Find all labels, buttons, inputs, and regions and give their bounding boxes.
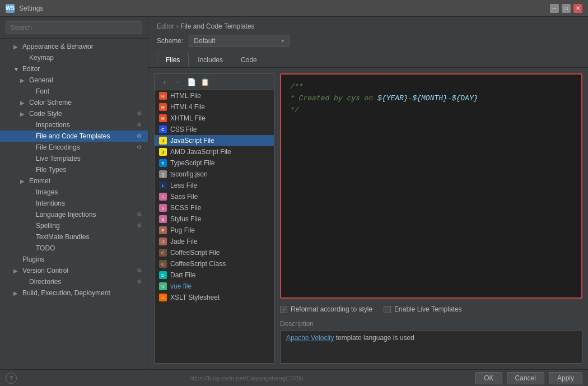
- sidebar-item-color-scheme[interactable]: ▶ Color Scheme: [0, 97, 148, 108]
- file-item-scss[interactable]: S SCSS File: [155, 202, 274, 213]
- search-input[interactable]: [6, 21, 142, 34]
- sidebar-item-font[interactable]: Font: [0, 86, 148, 97]
- code-line-1: /**: [290, 81, 572, 93]
- file-item-label: Less File: [170, 182, 197, 189]
- file-item-xslt[interactable]: X XSLT Stylesheet: [155, 292, 274, 303]
- file-item-label: Stylus File: [170, 215, 201, 223]
- stylus-file-icon: S: [159, 215, 167, 223]
- file-item-typescript[interactable]: T TypeScript File: [155, 157, 274, 169]
- sidebar-item-textmate-bundles[interactable]: TextMate Bundles: [0, 231, 148, 243]
- live-templates-option: Enable Live Templates: [384, 305, 462, 313]
- file-item-jade[interactable]: J Jade File: [155, 236, 274, 247]
- file-item-coffeescript[interactable]: C CoffeeScript File: [155, 247, 274, 258]
- sidebar-item-plugins[interactable]: Plugins: [0, 254, 148, 265]
- sidebar-item-version-control[interactable]: ▶ Version Control ⚙: [0, 265, 148, 276]
- sidebar-item-appearance[interactable]: ▶ Appearance & Behavior: [0, 41, 148, 52]
- code-comment: /**: [290, 81, 303, 93]
- maximize-button[interactable]: □: [562, 4, 571, 13]
- sidebar-item-emmet[interactable]: ▶ Emmet: [0, 175, 148, 187]
- badge-icon: ⚙: [137, 144, 143, 151]
- cancel-button[interactable]: Cancel: [507, 372, 544, 384]
- sidebar-item-label: Color Scheme: [29, 99, 143, 106]
- sidebar-item-build-execution[interactable]: ▶ Build, Execution, Deployment: [0, 287, 148, 299]
- coffee-file-icon: C: [159, 249, 167, 257]
- help-button[interactable]: ?: [6, 373, 17, 384]
- sidebar-item-directories[interactable]: Directories ⚙: [0, 276, 148, 287]
- apache-velocity-link[interactable]: Apache Velocity: [286, 334, 334, 342]
- arrow-icon: ▶: [20, 100, 26, 106]
- file-item-vue[interactable]: V vue file: [155, 281, 274, 292]
- sidebar-item-keymap[interactable]: Keymap: [0, 52, 148, 63]
- file-item-javascript[interactable]: J JavaScript File: [155, 135, 274, 146]
- sidebar-item-general[interactable]: ▶ General: [0, 75, 148, 86]
- file-item-dart[interactable]: D Dart File: [155, 269, 274, 281]
- file-item-stylus[interactable]: S Stylus File: [155, 213, 274, 225]
- options-row: ✓ Reformat according to style Enable Liv…: [280, 303, 582, 315]
- file-item-sass[interactable]: S Sass File: [155, 191, 274, 202]
- sidebar-item-todo[interactable]: TODO: [0, 243, 148, 254]
- sidebar-item-language-injections[interactable]: Language Injections ⚙: [0, 209, 148, 220]
- file-item-html4[interactable]: H HTML4 File: [155, 101, 274, 113]
- tab-files[interactable]: Files: [157, 53, 189, 67]
- file-item-label: JavaScript File: [170, 137, 214, 145]
- remove-template-button[interactable]: −: [172, 77, 184, 87]
- apply-button[interactable]: Apply: [549, 372, 582, 384]
- window-controls: ─ □ ✕: [550, 4, 582, 13]
- xslt-file-icon: X: [159, 294, 167, 301]
- sidebar-item-inspections[interactable]: Inspections ⚙: [0, 119, 148, 131]
- code-text-dash2: -: [447, 94, 452, 103]
- sidebar-item-images[interactable]: Images: [0, 187, 148, 198]
- live-templates-checkbox[interactable]: [384, 306, 391, 313]
- file-item-xhtml[interactable]: H XHTML File: [155, 113, 274, 124]
- file-item-amd-javascript[interactable]: J AMD JavaScript File: [155, 146, 274, 157]
- close-button[interactable]: ✕: [573, 4, 582, 13]
- sass-file-icon: S: [159, 193, 167, 201]
- sidebar-item-label: Code Style: [29, 110, 133, 118]
- sidebar-item-editor[interactable]: ▼ Editor: [0, 63, 148, 75]
- sidebar-item-label: Intentions: [36, 199, 143, 207]
- tab-includes[interactable]: Includes: [189, 53, 232, 67]
- sidebar-item-live-templates[interactable]: Live Templates: [0, 153, 148, 164]
- file-item-less[interactable]: L Less File: [155, 180, 274, 191]
- sidebar-item-label: Emmet: [29, 177, 143, 185]
- file-item-html[interactable]: H HTML File: [155, 90, 274, 101]
- sidebar-item-label: Images: [36, 188, 143, 196]
- file-list-toolbar: + − 📄 📋: [155, 74, 274, 90]
- file-item-tsconfig[interactable]: {} tsconfig.json: [155, 169, 274, 180]
- arrow-icon: ▼: [13, 66, 19, 72]
- code-editor[interactable]: /** * Created by cys on ${YEAR}-${MONTH}…: [280, 73, 582, 299]
- copy-template-button[interactable]: 📄: [186, 77, 197, 87]
- file-item-coffeescript-class[interactable]: C CoffeeScript Class: [155, 258, 274, 269]
- reset-template-button[interactable]: 📋: [199, 77, 211, 87]
- sidebar-item-file-and-code-templates[interactable]: File and Code Templates ⚙: [0, 131, 148, 142]
- sidebar-item-intentions[interactable]: Intentions: [0, 198, 148, 209]
- main-body: + − 📄 📋 H HTML File H HTML4 File: [148, 68, 588, 369]
- file-list: H HTML File H HTML4 File H XHTML File: [155, 90, 274, 363]
- sidebar-item-label: File Types: [36, 166, 143, 174]
- reformat-checkbox[interactable]: ✓: [280, 306, 287, 313]
- sidebar-item-label: Appearance & Behavior: [22, 43, 143, 50]
- sidebar-item-file-encodings[interactable]: File Encodings ⚙: [0, 142, 148, 153]
- css-file-icon: C: [159, 125, 167, 133]
- add-template-button[interactable]: +: [159, 77, 170, 87]
- sidebar-item-code-style[interactable]: ▶ Code Style ⚙: [0, 108, 148, 119]
- main-header: Editor › File and Code Templates Scheme:…: [148, 17, 588, 68]
- arrow-icon: ▶: [13, 290, 19, 296]
- less-file-icon: L: [159, 182, 167, 189]
- bottom-url: https://blog.csdn.net/CaiyongshengCSDN: [189, 375, 303, 382]
- sidebar-item-file-types[interactable]: File Types: [0, 164, 148, 175]
- badge-icon: ⚙: [137, 222, 143, 229]
- file-item-label: CoffeeScript File: [170, 249, 220, 257]
- arrow-icon: ▶: [13, 44, 19, 50]
- ok-button[interactable]: OK: [475, 372, 502, 384]
- file-item-pug[interactable]: P Pug File: [155, 225, 274, 236]
- code-var-year: ${YEAR}: [377, 94, 408, 103]
- sidebar-item-spelling[interactable]: Spelling ⚙: [0, 220, 148, 231]
- scheme-select[interactable]: Default Project: [189, 35, 290, 47]
- tab-code[interactable]: Code: [232, 53, 266, 67]
- amd-js-file-icon: J: [159, 148, 167, 156]
- code-close: */: [290, 105, 299, 117]
- minimize-button[interactable]: ─: [550, 4, 559, 13]
- file-item-label: XHTML File: [170, 114, 206, 122]
- file-item-css[interactable]: C CSS File: [155, 124, 274, 135]
